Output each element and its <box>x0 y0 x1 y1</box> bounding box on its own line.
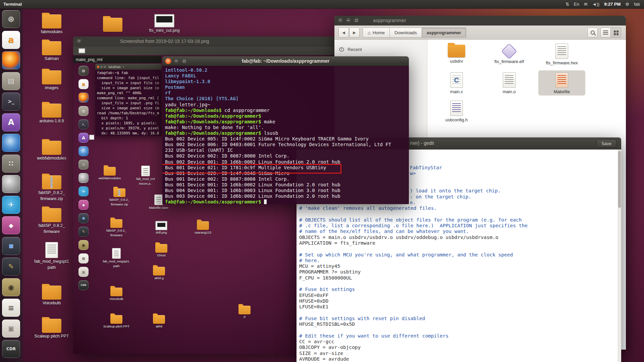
launcher-terminal[interactable]: >_ <box>78 119 89 129</box>
save-button[interactable]: Save <box>596 139 616 148</box>
maximize-icon[interactable] <box>181 58 187 64</box>
file-main-o[interactable]: main.o <box>486 70 533 96</box>
desktop-icon-scaleup-pitch-ppt[interactable]: Scaleup pitch PPT <box>33 319 70 339</box>
indicator-keyboard[interactable]: ⇅ <box>566 2 569 7</box>
indicator-session[interactable]: ⚙ <box>625 2 629 7</box>
file-makefile[interactable]: Makefile <box>538 70 585 96</box>
desktop-icon-fab-mod-megspt1[interactable]: fab_mod_megspt1path <box>33 242 70 270</box>
file-manager-titlebar[interactable]: × aspprogrammer <box>334 16 626 25</box>
sidebar-item-recent[interactable]: Recent <box>334 44 427 54</box>
launcher-telegram[interactable]: ✈ <box>2 196 20 214</box>
launcher-dark-blue-app[interactable]: ■ <box>2 237 20 255</box>
gedit-line: CC = avr-gcc <box>299 339 334 345</box>
file-label: usbconfig.h <box>445 117 468 122</box>
launcher-amazon[interactable]: a <box>78 79 89 89</box>
terminal-text: Bus 004 Device 001: ID 1d6b:0003 Linux F… <box>165 188 340 193</box>
file-main-c[interactable]: main.c <box>433 70 480 96</box>
file-usbconfig-h[interactable]: usbconfig.h <box>433 99 480 124</box>
launcher-software[interactable]: A <box>2 113 20 131</box>
launcher-dots-app[interactable]: ∷ <box>78 160 89 170</box>
launcher-sphere-app[interactable] <box>78 173 89 183</box>
indicator-messages[interactable]: ✉ <box>584 2 588 7</box>
launcher-draw-app[interactable]: ✎ <box>2 257 20 276</box>
desktop-icon-folder[interactable] <box>94 18 131 32</box>
desktop-icon-voicebulb[interactable]: Voicebulb <box>33 286 70 306</box>
desktop-icon-fabmodules[interactable]: fabmodules <box>33 14 70 35</box>
launcher-text-editor[interactable]: ≡ <box>2 299 20 317</box>
terminal-titlebar[interactable]: × fab@fab: ~/Downloads/aspprogrammer <box>162 56 409 66</box>
maximize-icon[interactable] <box>353 17 360 24</box>
close-icon[interactable]: × <box>165 58 171 64</box>
launcher-firefox[interactable] <box>78 93 89 103</box>
launcher-terminal[interactable]: >_ <box>2 93 20 111</box>
forward-button[interactable]: ▶ <box>349 27 360 38</box>
terminal-text: Bus 001 Device 020: ID 1c4f:0048 SiGma M… <box>165 171 289 176</box>
launcher-telegram[interactable]: ✈ <box>78 186 89 196</box>
launcher-dash[interactable]: ⊛ <box>78 66 89 76</box>
icon-label: Ghost <box>157 253 165 257</box>
grid-view-button[interactable] <box>611 27 621 38</box>
close-icon[interactable]: × <box>76 38 82 45</box>
terminal-window[interactable]: × fab@fab: ~/Downloads/aspprogrammer int… <box>162 56 409 204</box>
desktop-icon-arduino-1-6-9[interactable]: arduino-1.6.9 <box>33 104 70 124</box>
launcher-gimp[interactable]: ◉ <box>78 240 89 250</box>
desktop-icon-fabisp-0-8-2[interactable]: fabISP_0.8.2_firmware.zip <box>33 175 70 201</box>
image-viewer-titlebar[interactable]: × Screenshot from 2019-02-15 17-03-16.pn… <box>73 37 336 46</box>
indicator-volume[interactable]: ◄)) <box>592 2 600 7</box>
launcher-amazon[interactable]: a <box>2 31 20 49</box>
gedit-scrollbar[interactable] <box>618 149 621 362</box>
search-button[interactable] <box>587 27 598 38</box>
doc-icon <box>154 194 163 205</box>
breadcrumb-downloads[interactable]: Downloads <box>390 27 422 38</box>
image-thumbnail-icon[interactable] <box>78 48 85 53</box>
back-button[interactable]: ◀ <box>338 27 349 38</box>
launcher-software[interactable]: A <box>78 133 89 143</box>
launcher-cdr[interactable]: CDR <box>78 280 89 290</box>
launcher-magenta-app[interactable]: ◆ <box>2 216 20 234</box>
list-view-button[interactable] <box>600 27 611 38</box>
launcher-gimp[interactable]: ◉ <box>2 278 20 296</box>
scrollbar-thumb[interactable] <box>618 151 621 208</box>
desktop-icon-webfabmodules[interactable]: webfabmodules <box>33 141 70 161</box>
launcher-light-app[interactable]: ▣ <box>2 319 20 338</box>
file-fts-firmware-elf[interactable]: fts_firmware.elf <box>486 42 533 65</box>
launcher-text-editor[interactable]: ≡ <box>78 253 89 263</box>
launcher-firefox[interactable] <box>2 51 20 69</box>
launcher-dots-app[interactable]: ∷ <box>2 155 20 173</box>
icon-label: webfabmodules <box>99 176 121 180</box>
image-icon <box>155 14 174 27</box>
minimize-icon[interactable] <box>345 17 352 24</box>
icon-label: path <box>113 264 120 268</box>
close-icon[interactable]: × <box>337 17 343 24</box>
software-icon: A <box>8 118 14 127</box>
launcher-dark-blue-app[interactable]: ■ <box>78 213 89 223</box>
desktop-icon-fabisp-0-8-2[interactable]: fabISP_0.8.2_firmware <box>33 208 70 234</box>
indicator-language[interactable]: En <box>574 2 579 7</box>
launcher-light-app[interactable]: ▣ <box>78 267 89 277</box>
launcher-draw-app[interactable]: ✎ <box>78 227 89 237</box>
active-app-menu[interactable]: Terminal <box>3 2 22 7</box>
doc-icon <box>45 242 58 258</box>
breadcrumb-home[interactable]: ⌂Home <box>363 27 390 38</box>
launcher-files[interactable]: ▤ <box>78 106 89 116</box>
breadcrumb-aspprogrammer[interactable]: aspprogrammer <box>422 27 466 38</box>
terminal-output[interactable]: intltool-0.50.2Lancy FABXLlibmypaint-1.3… <box>162 66 409 204</box>
file-usbdrv[interactable]: usbdrv <box>433 42 480 65</box>
minimize-icon[interactable] <box>173 58 179 64</box>
image-viewer-toolbar <box>73 46 336 55</box>
desktop-icon-fts-mini-cut-png[interactable]: fts_mini_cut.png <box>141 14 188 33</box>
launcher-dash[interactable]: ⊛ <box>2 10 20 28</box>
desktop-icon-salman[interactable]: Salman <box>33 41 70 61</box>
launcher-sphere-app[interactable] <box>2 175 20 193</box>
launcher-cdr[interactable]: CDR <box>2 340 20 358</box>
launcher-blue-app[interactable] <box>2 134 20 152</box>
indicator-user[interactable]: fab <box>634 2 640 7</box>
draw-app-icon: ✎ <box>8 262 14 270</box>
file-fts-firmware-hex[interactable]: fts_firmware.hex <box>538 42 585 67</box>
launcher-files[interactable]: ▤ <box>2 72 20 90</box>
desktop-icon-images[interactable]: images <box>33 70 70 90</box>
launcher-magenta-app[interactable]: ◆ <box>78 200 89 210</box>
inner-terminal-line: size = image panel size (o <box>97 85 160 90</box>
launcher-blue-app[interactable] <box>78 146 89 156</box>
indicator-clock[interactable]: 9:27 PM <box>604 2 621 7</box>
